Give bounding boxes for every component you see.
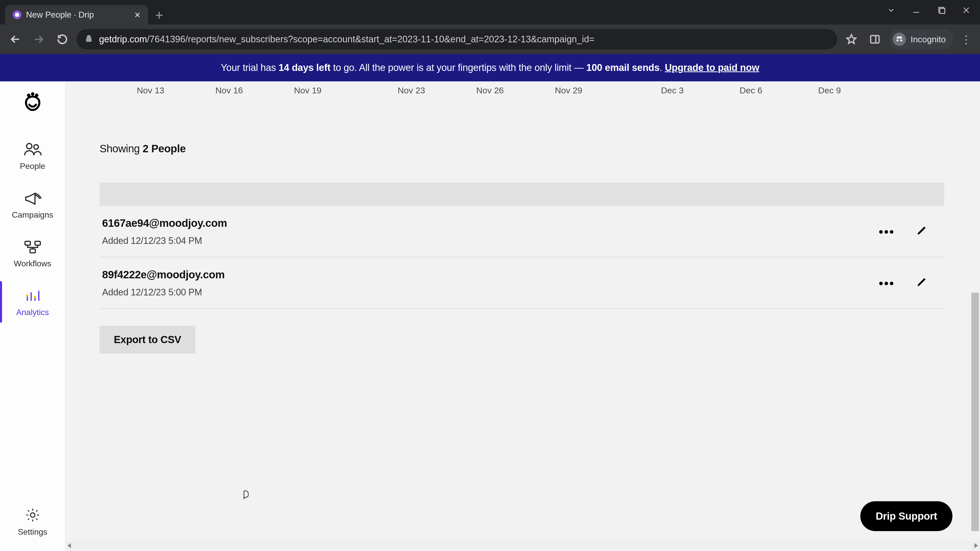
tab-title: New People · Drip: [26, 10, 94, 20]
axis-tick: Nov 13: [137, 86, 164, 95]
sidebar-item-workflows[interactable]: Workflows: [0, 229, 65, 278]
edit-icon[interactable]: [916, 276, 928, 290]
export-csv-button[interactable]: Export to CSV: [100, 326, 196, 354]
mouse-cursor-icon: [241, 490, 250, 503]
scroll-right-arrow-icon[interactable]: [974, 543, 978, 548]
svg-point-16: [34, 144, 38, 149]
minimize-window-icon[interactable]: [906, 3, 926, 18]
back-button[interactable]: [6, 30, 24, 48]
megaphone-icon: [24, 189, 42, 206]
axis-tick: Dec 6: [740, 86, 762, 95]
sidebar-item-label: Settings: [18, 527, 48, 537]
svg-rect-19: [30, 249, 35, 253]
incognito-icon: [893, 33, 906, 46]
person-added: Added 12/12/23 5:04 PM: [102, 235, 879, 246]
svg-point-13: [31, 92, 34, 96]
sidebar-item-label: Campaigns: [12, 210, 53, 220]
new-tab-button[interactable]: +: [155, 8, 163, 22]
svg-rect-17: [25, 241, 30, 245]
gear-icon: [24, 507, 42, 524]
svg-point-25: [34, 296, 36, 298]
axis-tick: Dec 9: [818, 86, 841, 95]
tab-search-icon[interactable]: [881, 3, 901, 18]
incognito-label: Incognito: [911, 35, 946, 44]
svg-rect-18: [35, 241, 40, 245]
axis-tick: Nov 29: [555, 86, 582, 95]
person-added: Added 12/12/23 5:00 PM: [102, 287, 879, 298]
edit-icon[interactable]: [916, 225, 928, 239]
sidebar-item-people[interactable]: People: [0, 131, 65, 180]
sidebar-item-label: Analytics: [16, 308, 49, 317]
browser-toolbar: getdrip.com/7641396/reports/new_subscrib…: [0, 24, 980, 54]
svg-point-26: [30, 513, 35, 517]
vertical-scrollbar[interactable]: [969, 81, 980, 540]
horizontal-scrollbar[interactable]: [65, 540, 980, 551]
lock-icon: [85, 35, 93, 44]
forward-button[interactable]: [30, 30, 48, 48]
side-panel-icon[interactable]: [865, 30, 884, 48]
people-list: 6167ae94@moodjoy.com Added 12/12/23 5:04…: [100, 183, 944, 309]
address-bar[interactable]: getdrip.com/7641396/reports/new_subscrib…: [76, 29, 837, 49]
people-icon: [24, 141, 42, 158]
svg-rect-10: [871, 35, 879, 43]
more-actions-icon[interactable]: •••: [879, 225, 895, 239]
url-text: getdrip.com/7641396/reports/new_subscrib…: [99, 34, 594, 44]
sidebar-item-analytics[interactable]: Analytics: [0, 278, 65, 326]
upgrade-link[interactable]: Upgrade to paid now: [665, 62, 759, 73]
axis-tick: Dec 3: [661, 86, 684, 95]
svg-rect-2: [940, 8, 945, 14]
person-row[interactable]: 89f4222e@moodjoy.com Added 12/12/23 5:00…: [100, 257, 944, 309]
support-button[interactable]: Drip Support: [860, 501, 953, 531]
person-email: 6167ae94@moodjoy.com: [102, 217, 879, 229]
axis-tick: Nov 16: [215, 86, 243, 95]
browser-tab[interactable]: New People · Drip ×: [5, 5, 148, 24]
bookmark-icon[interactable]: [842, 30, 861, 48]
close-window-icon[interactable]: [956, 3, 977, 18]
scroll-left-arrow-icon[interactable]: [67, 543, 71, 548]
person-row[interactable]: 6167ae94@moodjoy.com Added 12/12/23 5:04…: [100, 206, 944, 257]
workflow-icon: [24, 238, 42, 256]
svg-point-24: [26, 294, 28, 297]
sidebar-item-label: People: [20, 162, 45, 171]
more-actions-icon[interactable]: •••: [879, 276, 895, 290]
browser-menu-icon[interactable]: ⋮: [959, 33, 974, 46]
maximize-window-icon[interactable]: [931, 3, 951, 18]
showing-count: Showing 2 People: [100, 143, 944, 155]
incognito-indicator[interactable]: Incognito: [889, 29, 953, 49]
trial-banner: Your trial has 14 days left to go. All t…: [0, 54, 980, 81]
axis-tick: Nov 19: [294, 86, 321, 95]
list-header: [100, 183, 944, 206]
person-email: 89f4222e@moodjoy.com: [102, 268, 879, 281]
svg-point-15: [27, 144, 32, 149]
drip-logo[interactable]: [22, 91, 43, 112]
axis-tick: Nov 26: [476, 86, 504, 95]
vertical-scrollbar-thumb[interactable]: [971, 292, 979, 531]
sidebar-item-campaigns[interactable]: Campaigns: [0, 180, 65, 229]
svg-rect-8: [86, 38, 91, 42]
sidebar: People Campaigns Workflows: [0, 81, 65, 551]
sidebar-item-settings[interactable]: Settings: [0, 497, 65, 551]
sidebar-item-label: Workflows: [14, 259, 51, 268]
analytics-icon: [24, 287, 42, 304]
reload-button[interactable]: [53, 30, 72, 48]
close-tab-icon[interactable]: ×: [135, 10, 140, 20]
browser-tab-strip: New People · Drip × +: [0, 0, 980, 24]
svg-marker-9: [847, 35, 856, 44]
axis-tick: Nov 23: [398, 86, 425, 95]
window-controls: [881, 3, 977, 18]
main-content: Nov 13 Nov 16 Nov 19 Nov 23 Nov 26 Nov 2…: [65, 81, 980, 551]
drip-favicon: [13, 11, 21, 19]
